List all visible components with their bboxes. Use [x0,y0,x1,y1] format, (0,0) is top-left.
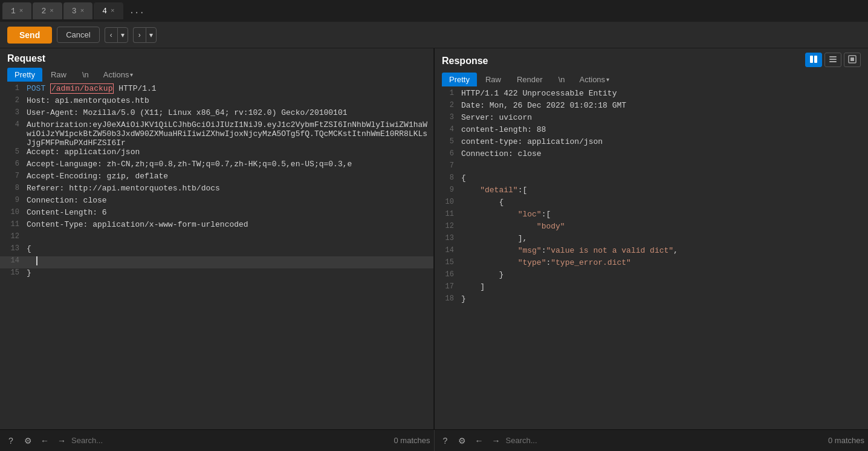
response-line-18: 18 } [435,294,868,307]
tab-3[interactable]: 3 × [63,2,92,19]
response-tab-raw[interactable]: Raw [478,73,508,86]
request-next-match-button[interactable]: → [54,433,69,448]
request-tab-actions[interactable]: Actions ▾ [97,68,140,82]
nav-prev-button[interactable]: ‹ [105,27,117,43]
resp-line-num-6: 6 [439,149,454,158]
request-tab-pretty[interactable]: Pretty [7,68,42,82]
request-tab-raw[interactable]: Raw [44,68,74,82]
line-content-3: User-Agent: Mozilla/5.0 (X11; Linux x86_… [27,108,429,117]
response-line-17: 17 ] [435,282,868,294]
request-bottom-section: ? ⚙ ← → 0 matches [0,430,435,451]
response-actions-chevron: ▾ [606,76,609,83]
resp-line-content-18: } [461,294,863,303]
svg-rect-2 [829,56,837,57]
resp-line-num-8: 8 [439,174,454,182]
line-content-8: Referer: http://api.mentorquotes.htb/doc… [27,184,429,193]
request-help-button[interactable]: ? [4,433,18,448]
tab-4-close[interactable]: × [111,7,115,15]
line-content-15: } [27,268,429,277]
response-next-match-button[interactable]: → [489,433,504,448]
nav-next-group: › ▾ [133,27,157,43]
request-prev-match-button[interactable]: ← [37,433,52,448]
resp-line-content-9: "detail":[ [461,186,863,195]
response-settings-button[interactable]: ⚙ [455,433,470,448]
request-search-input[interactable] [71,436,392,445]
response-tab-pretty[interactable]: Pretty [442,73,477,86]
request-line-1: 1 POST /admin/backup HTTP/1.1 [0,84,433,96]
resp-line-content-8: { [461,174,863,183]
request-line-9: 9 Connection: close [0,196,433,208]
response-search-input[interactable] [506,436,826,445]
tab-2-close[interactable]: × [50,7,54,15]
tab-more[interactable]: ... [125,4,149,18]
response-sub-tabs: Pretty Raw Render \n Actions ▾ [435,71,868,86]
response-line-9: 9 "detail":[ [435,186,868,198]
resp-line-num-7: 7 [439,161,454,170]
request-line-14: 14 [0,256,433,268]
response-header-row: Response [435,48,868,71]
line-content-11: Content-Type: application/x-www-form-url… [27,220,429,229]
resp-line-content-6: Connection: close [461,149,863,158]
response-line-15: 15 "type":"type_error.dict" [435,258,868,270]
nav-next-dropdown[interactable]: ▾ [146,27,157,43]
tab-3-close[interactable]: × [80,7,85,15]
response-tab-render[interactable]: Render [510,73,550,86]
request-line-3: 3 User-Agent: Mozilla/5.0 (X11; Linux x8… [0,108,433,120]
line-num-11: 11 [5,220,19,229]
request-panel-header: Request [0,48,433,67]
tab-2[interactable]: 2 × [33,2,62,19]
tab-1[interactable]: 1 × [2,2,31,19]
response-line-3: 3 Server: uvicorn [435,113,868,125]
resp-line-content-1: HTTP/1.1 422 Unprocessable Entity [461,89,863,98]
line-content-6: Accept-Language: zh-CN,zh;q=0.8,zh-TW;q=… [27,160,429,169]
line-num-14: 14 [5,256,19,265]
resp-line-content-5: content-type: application/json [461,137,863,146]
request-line-8: 8 Referer: http://api.mentorquotes.htb/d… [0,184,433,196]
request-tab-ln[interactable]: \n [75,68,96,82]
response-panel: Response [435,48,868,429]
send-button[interactable]: Send [7,27,52,44]
response-line-8: 8 { [435,174,868,186]
response-line-14: 14 "msg":"value is not a valid dict", [435,246,868,258]
resp-line-content-2: Date: Mon, 26 Dec 2022 01:02:18 GMT [461,101,863,110]
view-toggle-compact[interactable] [844,53,861,67]
svg-rect-0 [810,56,813,63]
response-actions-label: Actions [579,75,605,84]
cancel-button[interactable]: Cancel [57,27,99,43]
tab-1-close[interactable]: × [19,7,24,15]
line-content-7: Accept-Encoding: gzip, deflate [27,172,429,181]
line-content-5: Accept: application/json [27,148,429,157]
view-toggle-split[interactable] [805,53,822,67]
response-tab-ln[interactable]: \n [551,73,572,86]
nav-next-button[interactable]: › [133,27,146,43]
resp-line-content-16: } [461,270,863,279]
response-panel-header: Response [442,51,488,69]
line-num-9: 9 [5,196,19,204]
line-num-2: 2 [5,96,19,105]
request-settings-button[interactable]: ⚙ [21,433,35,448]
response-line-5: 5 content-type: application/json [435,137,868,149]
tab-bar: 1 × 2 × 3 × 4 × ... [0,0,868,22]
view-toggle-list[interactable] [824,53,841,67]
request-panel: Request Pretty Raw \n Actions ▾ 1 POST /… [0,48,434,429]
response-line-2: 2 Date: Mon, 26 Dec 2022 01:02:18 GMT [435,101,868,113]
response-panel-title: Response [442,56,488,67]
response-help-button[interactable]: ? [438,433,453,448]
response-prev-match-button[interactable]: ← [472,433,487,448]
resp-line-content-15: "type":"type_error.dict" [461,258,863,267]
nav-prev-dropdown[interactable]: ▾ [117,27,128,43]
resp-line-content-12: "body" [461,222,863,231]
svg-rect-1 [814,56,817,63]
resp-line-num-1: 1 [439,89,454,97]
line-num-5: 5 [5,148,19,156]
request-code-area[interactable]: 1 POST /admin/backup HTTP/1.1 2 Host: ap… [0,82,433,429]
line-num-10: 10 [5,208,19,216]
response-tab-actions[interactable]: Actions ▾ [573,73,615,86]
resp-line-num-13: 13 [439,234,454,242]
line-content-1: POST /admin/backup HTTP/1.1 [27,84,429,93]
tab-4[interactable]: 4 × [94,2,123,19]
response-line-4: 4 content-length: 88 [435,125,868,137]
request-line-12: 12 [0,232,433,244]
svg-rect-6 [850,57,854,61]
response-code-area[interactable]: 1 HTTP/1.1 422 Unprocessable Entity 2 Da… [435,86,868,429]
